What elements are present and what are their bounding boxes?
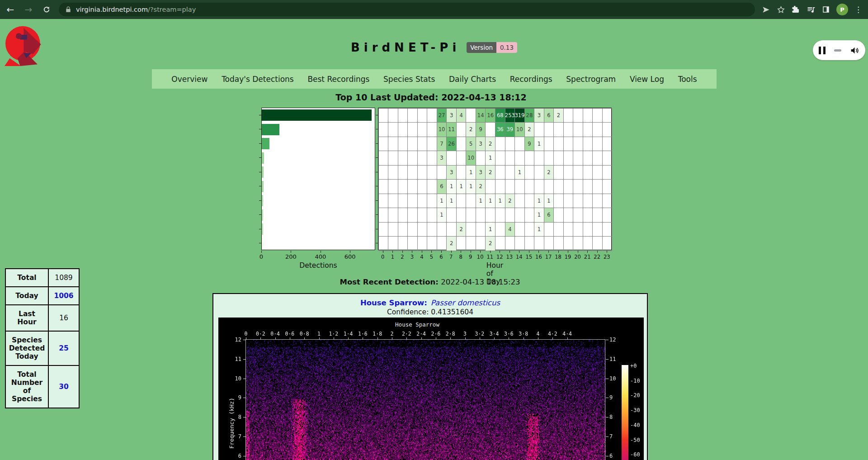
profile-avatar[interactable]: P	[836, 4, 848, 15]
heatmap-cell	[495, 165, 505, 180]
spec-xtick	[421, 337, 422, 340]
media-controls-icon[interactable]	[807, 5, 816, 14]
side-panel-icon[interactable]	[822, 5, 830, 14]
heatmap-cell	[407, 108, 418, 123]
heat-xtick	[568, 251, 568, 253]
heatmap-cell	[476, 151, 486, 166]
heatmap-cell	[583, 108, 593, 123]
browser-back-button[interactable]: ←	[3, 2, 18, 17]
nav-item-today-s-detections[interactable]: Today's Detections	[222, 75, 294, 84]
heatmap-cell: 3	[437, 151, 447, 166]
browser-forward-button[interactable]: →	[21, 2, 36, 17]
heatmap-cell: 9	[476, 122, 486, 137]
hour-tick-label: 5	[430, 254, 433, 260]
heatmap-cell: 4	[456, 108, 467, 123]
heatmap-cell	[563, 222, 574, 237]
heatmap-cell	[378, 151, 389, 166]
browser-reload-button[interactable]	[39, 2, 54, 17]
nav-item-daily-charts[interactable]: Daily Charts	[449, 75, 496, 84]
hour-tick-label: 7	[449, 254, 453, 260]
hour-tick-label: 3	[410, 254, 414, 260]
species-name-link[interactable]: House Sparrow:	[360, 299, 427, 307]
heatmap-cell	[476, 222, 486, 237]
heatmap-cell	[417, 137, 428, 152]
heatmap-cell: 6	[544, 108, 554, 123]
detection-bar	[262, 109, 372, 121]
heatmap-cell: 36	[495, 122, 505, 137]
heatmap-cell	[573, 165, 583, 180]
heatmap-cell	[427, 194, 437, 209]
heatmap-cell	[417, 222, 428, 237]
heatmap-cell: 11	[446, 122, 457, 137]
bar-ytick	[259, 229, 261, 229]
stats-table: Total1089Today1006LastHour16SpeciesDetec…	[5, 268, 80, 408]
stats-value[interactable]: 30	[48, 365, 79, 408]
heatmap-cell: 2	[505, 194, 515, 209]
spec-ytick	[243, 379, 246, 379]
spectrogram-frame	[245, 339, 605, 460]
bookmark-star-icon[interactable]	[777, 5, 785, 14]
detection-bar	[262, 152, 264, 164]
heatmap-cell	[407, 179, 418, 194]
heat-ytick	[376, 200, 378, 201]
heatmap-cell	[378, 194, 389, 209]
stats-label: SpeciesDetectedToday	[5, 331, 48, 365]
spec-xtick-label: 1·2	[328, 331, 339, 337]
bar-ytick	[259, 129, 261, 129]
heatmap-cell: 3	[476, 165, 486, 180]
extensions-icon[interactable]	[792, 5, 800, 14]
nav-item-view-log[interactable]: View Log	[630, 75, 664, 84]
most-recent-detection: Most Recent Detection: 2022-04-13 18:15:…	[0, 278, 860, 286]
heatmap-cell	[446, 208, 457, 223]
heatmap-cell: 10	[514, 122, 525, 137]
heat-xtick	[392, 251, 393, 253]
nav-item-spectrogram[interactable]: Spectrogram	[566, 75, 616, 84]
hour-tick-label: 14	[516, 254, 523, 260]
bar-ytick	[259, 115, 261, 115]
spec-xtick	[260, 337, 261, 340]
heatmap-cell	[573, 208, 583, 223]
heatmap-cell	[485, 179, 495, 194]
send-icon[interactable]	[762, 5, 770, 14]
heatmap-cell	[485, 208, 495, 223]
spec-xtick	[290, 337, 290, 340]
heatmap-cell	[592, 222, 603, 237]
bar-ytick	[259, 186, 261, 186]
heat-xtick	[480, 251, 481, 253]
spec-ytick	[243, 398, 246, 398]
heatmap-cell: 2	[544, 165, 554, 180]
heatmap-cell	[592, 165, 603, 180]
heatmap-cell: 14	[476, 108, 486, 123]
nav-item-tools[interactable]: Tools	[678, 75, 697, 84]
nav-item-species-stats[interactable]: Species Stats	[383, 75, 435, 84]
page-title: BirdNET-Pi	[351, 41, 460, 54]
nav-item-best-recordings[interactable]: Best Recordings	[307, 75, 369, 84]
heat-xtick	[587, 251, 588, 253]
spec-ytick-label-right: 11	[609, 356, 618, 362]
heat-ytick	[376, 243, 378, 243]
heat-xtick	[383, 251, 383, 253]
heat-ytick	[376, 143, 378, 144]
heatmap-cell: 1	[446, 179, 457, 194]
heatmap-cell: 27	[437, 108, 447, 123]
stats-value[interactable]: 25	[48, 331, 79, 365]
heatmap-cell	[592, 179, 603, 194]
heatmap-cell: 2	[485, 236, 495, 251]
address-bar[interactable]: virginia.birdnetpi.com/?stream=play	[59, 3, 755, 16]
nav-item-recordings[interactable]: Recordings	[510, 75, 552, 84]
heatmap-cell	[407, 208, 418, 223]
heatmap-cell: 1	[437, 208, 447, 223]
nav-item-overview[interactable]: Overview	[171, 75, 208, 84]
stats-value[interactable]: 1006	[48, 287, 79, 305]
spec-xtick	[450, 337, 451, 340]
hour-tick-label: 13	[506, 254, 513, 260]
heatmap-cell	[378, 236, 389, 251]
heatmap-cell	[398, 194, 408, 209]
heatmap-cell	[466, 194, 476, 209]
heatmap-cell	[553, 208, 564, 223]
heat-xtick	[529, 251, 529, 253]
heatmap-cell: 3	[476, 137, 486, 152]
stats-row: SpeciesDetectedToday25	[5, 331, 79, 365]
browser-menu-button[interactable]: ⋮	[854, 5, 862, 14]
bar-xtick	[321, 251, 321, 253]
